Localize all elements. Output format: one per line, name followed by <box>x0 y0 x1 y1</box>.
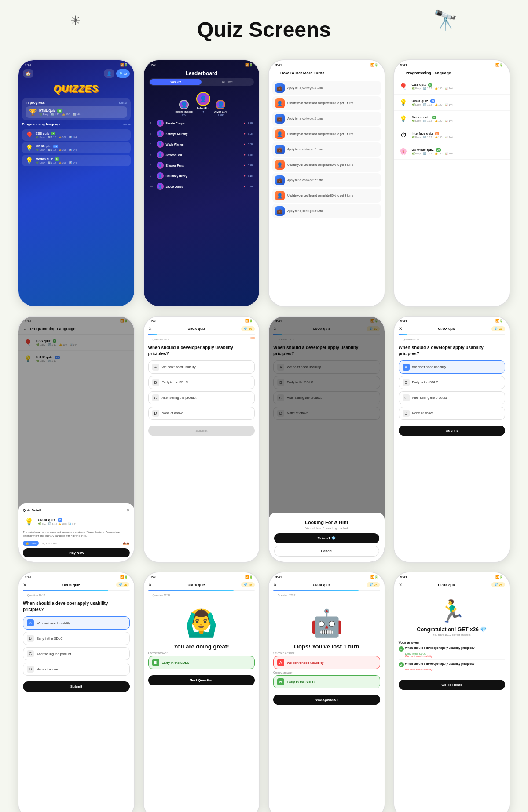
css-quiz-card[interactable]: 🎈 CSS quiz ✓ 🌿 Easy🔄 1 12👍 100📊 144 <box>22 129 131 141</box>
back-arrow-4[interactable]: ← <box>399 70 403 75</box>
cancel-hint-btn[interactable]: Cancel <box>274 546 379 557</box>
option-8-4[interactable]: D None of above <box>399 407 506 420</box>
prog-quiz-css[interactable]: 🎈 CSS quiz 5 🌿 Easy🔄 1 12👍 100📊 144 <box>394 78 510 95</box>
quiz-close-6[interactable]: ✕ <box>148 326 152 331</box>
quizzes-bg: 9:41 📶🔋 🏠 👤 💎 25 QUIZZES In-progress See… <box>18 60 134 306</box>
turn-item-3: 💼 Apply for a job to get 2 turns <box>272 112 381 126</box>
motion-quiz-card[interactable]: 💡 Motion quiz 8 🌿 Easy🔄 1 12👍 100📊 144 <box>22 155 131 166</box>
review-qtext-2: When should a developer apply usability … <box>405 662 475 666</box>
option-9-2[interactable]: B Early in the SDLC <box>23 632 130 645</box>
html-quiz-info: HTML Quiz 25 🌿 Easy 🔄 1 12 👍 100 📊 144 <box>39 109 124 116</box>
lb-row-9[interactable]: 9👤Courtney Henry♥6.1K <box>147 171 256 181</box>
option-icon-8-1: A <box>403 364 410 371</box>
lb-row-8[interactable]: 8👤Eleanor Pena♥6.2K <box>147 160 256 170</box>
quiz-card-html[interactable]: 🏆 HTML Quiz 25 🌿 Easy 🔄 1 12 👍 100 📊 144 <box>26 106 127 118</box>
quiz-q1-bg: 9:41 📶🔋 ✕ UI/UX quiz 💎 26 Question 1/12 … <box>144 317 260 562</box>
goto-home-btn[interactable]: Go To Home <box>399 680 506 690</box>
coins-badge-12: 💎 26 <box>491 582 505 587</box>
n-10: Jacob Jones <box>166 185 242 188</box>
option-icon-6-3: C <box>152 394 159 401</box>
uiux-quiz-card[interactable]: 💡 UI/UX quiz 35 🌿 Easy🔄 1 12👍 100📊 144 <box>22 142 131 153</box>
lb-row-6[interactable]: 6👤Wade Warren♥6.8K <box>147 139 256 149</box>
wrong-answer-box: A We don't need usability <box>273 656 380 669</box>
option-6-1[interactable]: A We don't need usability <box>148 360 255 374</box>
option-label-6-1: We don't need usability <box>162 365 196 369</box>
time-1: 9:41 <box>25 63 32 67</box>
uiux-list-meta: 🌿 Easy🔄 1 12👍 100📊 144 <box>412 103 506 106</box>
option-6-4[interactable]: D None of above <box>148 407 255 420</box>
option-8-1[interactable]: A We don't need usability <box>399 360 506 374</box>
play-now-btn[interactable]: Play Now <box>23 548 130 557</box>
next-question-btn-10[interactable]: Next Question <box>148 675 255 685</box>
av-4: 👤 <box>157 120 164 127</box>
prog-quiz-uxwriter[interactable]: 🌸 UX writer quiz 29 🌿 Easy🔄 1 12👍 100📊 1… <box>394 143 510 160</box>
prog-quiz-uiux[interactable]: 💡 UI/UX quiz 29 🌿 Easy🔄 1 12👍 100📊 144 <box>394 95 510 111</box>
q-num-6: Question 1/12 <box>148 336 173 342</box>
av-10: 👤 <box>157 183 164 190</box>
status-icons-2: 📶🔋 <box>245 63 253 67</box>
turn-item-7: 💼 Apply for a job to get 2 turns <box>272 173 381 187</box>
see-all-2[interactable]: See all <box>122 123 130 126</box>
option-6-2[interactable]: B Early in the SDLC <box>148 376 255 389</box>
home-icon[interactable]: 🏠 <box>23 69 33 78</box>
avatar-3rd: 👤 <box>216 100 225 109</box>
motion-list-info: Motion quiz 8 🌿 Easy🔄 1 12👍 100📊 144 <box>412 115 506 122</box>
lb-row-10[interactable]: 10👤Jacob Jones♥5.9K <box>147 182 256 191</box>
tab-weekly[interactable]: Weekly <box>150 79 202 85</box>
motion-list-name: Motion quiz 8 <box>412 115 506 119</box>
option-9-3[interactable]: C After selling the product <box>23 647 130 660</box>
option-8-2[interactable]: B Early in the SDLC <box>399 376 506 389</box>
option-8-3[interactable]: C After selling the product <box>399 391 506 404</box>
coins-badge-11: 💎 26 <box>367 582 380 587</box>
avatar-2nd: 👤 <box>179 100 189 109</box>
name-1st: Robert Fox <box>197 107 209 109</box>
submit-btn-6[interactable]: Submit <box>148 426 255 436</box>
phone-quiz-detail: 9:41 📶🔋 ← Programming Language 🎈 CSS qui… <box>18 316 135 563</box>
option-6-3[interactable]: C After selling the product <box>148 391 255 404</box>
motion-icon: 💡 <box>26 157 33 164</box>
screens-row-3: 9:41 📶🔋 ✕ UI/UX quiz 💎 26 Question 12/12… <box>0 567 528 812</box>
option-icon-9-1: A <box>27 619 34 626</box>
quiz-close-9[interactable]: ✕ <box>23 583 26 587</box>
s-9: 6.1K <box>248 175 253 177</box>
like-badge: 👍 100% <box>23 541 39 546</box>
time-3: 9:41 <box>275 63 282 67</box>
prog-quiz-motion[interactable]: 💡 Motion quiz 8 🌿 Easy🔄 1 12👍 100📊 144 <box>394 111 510 127</box>
interface-list-badge: 8 <box>435 132 439 135</box>
status-bar-8: 9:41 📶🔋 <box>394 317 510 324</box>
lb-row-5[interactable]: 5👤Kathryn Murphy♥6.9K <box>147 129 256 138</box>
user-icon[interactable]: 👤 <box>104 69 114 78</box>
phone-turns: 9:41 📶🔋 ← How To Get More Turns 💼 Apply … <box>268 59 385 307</box>
see-all-1[interactable]: See all <box>119 102 127 104</box>
your-answer-section: Your answer 1 When should a developer ap… <box>394 639 510 677</box>
lb-row-7[interactable]: 7👤Jerome Bell♥6.7K <box>147 150 256 160</box>
submit-btn-8[interactable]: Submit <box>399 426 506 436</box>
option-9-1[interactable]: A We don't need usability <box>23 616 130 630</box>
status-icons-11: 📶🔋 <box>370 575 378 579</box>
prog-list-bg: 9:41 📶🔋 ← Programming Language 🎈 CSS qui… <box>394 60 510 306</box>
screens-row-2: 9:41 📶🔋 ← Programming Language 🎈 CSS qui… <box>0 311 528 568</box>
prog-quiz-interface[interactable]: ⏱ Interface quiz 8 🌿 Easy🔄 1 12👍 100📊 14… <box>394 127 510 143</box>
interface-list-name: Interface quiz 8 <box>412 131 506 135</box>
wrong-answer-text: We don't need usability <box>287 661 323 665</box>
option-9-4[interactable]: D None of above <box>23 663 130 676</box>
quiz-close-12[interactable]: ✕ <box>399 583 402 587</box>
lb-row-4[interactable]: 4👤Bessie Cooper♥7.2K <box>147 118 256 128</box>
back-arrow-3[interactable]: ← <box>273 70 278 75</box>
quiz-close-8[interactable]: ✕ <box>399 326 402 331</box>
turn-item-1: 💼 Apply for a job to get 2 turns <box>272 81 381 95</box>
turns-header: ← How To Get More Turns <box>269 68 385 78</box>
q-badge-1: 1 <box>399 646 404 652</box>
quiz-q-meta-10: Question 12/12 <box>144 591 260 599</box>
quiz-close-10[interactable]: ✕ <box>148 583 152 587</box>
hint-link-6[interactable]: Hint <box>250 336 255 342</box>
take-hint-btn[interactable]: Take x1 💎 <box>274 533 379 543</box>
submit-btn-9[interactable]: Submit <box>23 681 130 692</box>
name-3rd: Devon Lane <box>214 110 227 113</box>
quiz-close-11[interactable]: ✕ <box>273 583 277 587</box>
uiux-info: UI/UX quiz 35 🌿 Easy🔄 1 12👍 100📊 144 <box>36 145 127 151</box>
option-label-6-3: After selling the product <box>162 396 197 400</box>
tab-alltime[interactable]: All Time <box>202 79 253 85</box>
modal-close[interactable]: ✕ <box>126 508 130 513</box>
next-question-btn-11[interactable]: Next Question <box>273 695 380 705</box>
